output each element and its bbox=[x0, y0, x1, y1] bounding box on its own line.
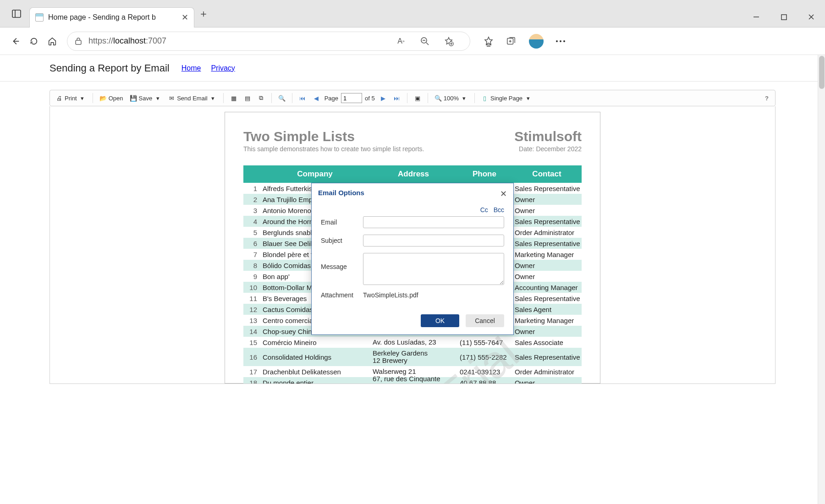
message-label: Message bbox=[321, 253, 363, 270]
parameters-button[interactable]: ▤ bbox=[242, 93, 253, 103]
nav-privacy[interactable]: Privacy bbox=[211, 64, 235, 72]
nav-home[interactable]: Home bbox=[182, 64, 201, 72]
chevron-down-icon: ▾ bbox=[461, 94, 468, 102]
svg-rect-0 bbox=[12, 10, 21, 17]
last-page-button[interactable]: ⏭ bbox=[391, 93, 402, 103]
dialog-close-button[interactable]: ✕ bbox=[500, 189, 507, 199]
first-page-button[interactable]: ⏮ bbox=[297, 93, 308, 103]
bookmark-panel-icon: ▦ bbox=[230, 94, 237, 102]
email-label: Email bbox=[321, 219, 363, 226]
favicon-icon bbox=[35, 13, 44, 22]
table-row: 16Consolidated HoldingsBerkeley Gardens1… bbox=[243, 348, 582, 366]
folder-open-icon: 📂 bbox=[99, 94, 107, 102]
zoom-out-icon[interactable] bbox=[418, 35, 431, 48]
save-button[interactable]: 💾Save▾ bbox=[128, 93, 164, 103]
prev-page-button[interactable]: ◀ bbox=[311, 93, 322, 103]
report-date: Date: December 2022 bbox=[519, 145, 582, 153]
bookmarks-button[interactable]: ▦ bbox=[228, 93, 239, 103]
svg-rect-7 bbox=[76, 40, 81, 44]
favorite-add-icon[interactable] bbox=[442, 35, 455, 48]
prev-page-icon: ◀ bbox=[313, 94, 320, 102]
chevron-down-icon: ▾ bbox=[524, 94, 532, 102]
find-button[interactable]: 🔍 bbox=[276, 93, 287, 103]
ok-button[interactable]: OK bbox=[421, 314, 459, 327]
window-close-button[interactable] bbox=[798, 7, 825, 27]
chevron-down-icon: ▾ bbox=[79, 94, 86, 102]
first-page-icon: ⏮ bbox=[299, 94, 306, 102]
url-box[interactable]: https://localhost:7007 A» bbox=[67, 32, 470, 51]
email-input[interactable] bbox=[363, 216, 504, 228]
message-input[interactable] bbox=[363, 253, 504, 285]
window-maximize-button[interactable] bbox=[770, 7, 798, 27]
open-button[interactable]: 📂Open bbox=[98, 93, 125, 103]
home-button[interactable] bbox=[43, 32, 61, 50]
col-address: Address bbox=[370, 165, 457, 183]
attachment-value: TwoSimpleLists.pdf bbox=[363, 291, 418, 299]
email-options-dialog: Email Options ✕ Cc Bcc Email Subject Mes… bbox=[311, 183, 514, 335]
viewer-toolbar: 🖨Print▾ 📂Open 💾Save▾ ✉Send Email▾ ▦ ▤ ⧉ … bbox=[50, 90, 776, 106]
chevron-down-icon: ▾ bbox=[209, 94, 217, 102]
view-mode-button[interactable]: ▯Single Page▾ bbox=[479, 93, 534, 103]
report-area: Two Simple Lists Stimulsoft This sample … bbox=[50, 106, 776, 384]
svg-line-10 bbox=[426, 43, 429, 45]
table-header: Company Address Phone Contact bbox=[243, 165, 582, 183]
magnifier-icon: 🔍 bbox=[434, 94, 442, 102]
dialog-title: Email Options bbox=[318, 189, 364, 199]
help-button[interactable]: ? bbox=[765, 95, 771, 102]
more-icon[interactable] bbox=[556, 40, 566, 43]
zoom-button[interactable]: 🔍100%▾ bbox=[433, 93, 470, 103]
page-label: Page bbox=[324, 95, 338, 102]
favorites-icon[interactable] bbox=[483, 36, 494, 47]
subject-label: Subject bbox=[321, 237, 363, 244]
back-button[interactable] bbox=[6, 32, 25, 50]
col-company: Company bbox=[260, 165, 370, 183]
print-button[interactable]: 🖨Print▾ bbox=[54, 93, 88, 103]
tab-close-icon[interactable]: ✕ bbox=[182, 12, 188, 22]
printer-icon: 🖨 bbox=[55, 94, 63, 102]
table-row: 15Comércio MineiroAv. dos Lusíadas, 23(1… bbox=[243, 337, 582, 348]
new-tab-button[interactable]: ＋ bbox=[194, 5, 213, 23]
page-total: of 5 bbox=[365, 95, 375, 102]
cancel-button[interactable]: Cancel bbox=[466, 314, 504, 327]
refresh-button[interactable] bbox=[25, 32, 43, 50]
profile-avatar[interactable] bbox=[529, 34, 544, 49]
collections-icon[interactable] bbox=[506, 36, 516, 46]
chevron-down-icon: ▾ bbox=[154, 94, 161, 102]
scrollbar-thumb[interactable] bbox=[819, 56, 825, 89]
browser-chrome: Home page - Sending a Report b ✕ ＋ bbox=[0, 0, 825, 27]
binoculars-icon: 🔍 bbox=[278, 94, 286, 102]
browser-tab[interactable]: Home page - Sending a Report b ✕ bbox=[29, 7, 194, 27]
window-minimize-button[interactable] bbox=[742, 7, 770, 27]
tab-title: Home page - Sending a Report b bbox=[48, 13, 177, 22]
report-brand: Stimulsoft bbox=[514, 129, 582, 144]
report-subtitle: This sample demonstrates how to create t… bbox=[243, 145, 424, 153]
envelope-icon: ✉ bbox=[168, 94, 175, 102]
col-phone: Phone bbox=[457, 165, 512, 183]
page-header: Sending a Report by Email Home Privacy bbox=[0, 55, 825, 82]
single-page-icon: ▯ bbox=[481, 94, 489, 102]
subject-input[interactable] bbox=[363, 235, 504, 247]
save-icon: 💾 bbox=[130, 94, 137, 102]
send-email-button[interactable]: ✉Send Email▾ bbox=[166, 93, 218, 103]
parameters-icon: ▤ bbox=[244, 94, 251, 102]
fullscreen-button[interactable]: ▣ bbox=[412, 93, 423, 103]
svg-point-21 bbox=[563, 40, 565, 42]
address-bar: https://localhost:7007 A» bbox=[0, 27, 825, 55]
resources-button[interactable]: ⧉ bbox=[256, 93, 267, 103]
tab-actions-icon[interactable] bbox=[6, 4, 27, 24]
page-input[interactable] bbox=[341, 93, 362, 103]
page-title: Sending a Report by Email bbox=[50, 62, 170, 74]
report-title: Two Simple Lists bbox=[243, 129, 355, 144]
next-page-button[interactable]: ▶ bbox=[378, 93, 389, 103]
svg-rect-3 bbox=[781, 15, 786, 20]
svg-point-19 bbox=[556, 40, 558, 42]
vertical-scrollbar[interactable] bbox=[818, 55, 825, 384]
resources-icon: ⧉ bbox=[258, 94, 265, 102]
next-page-icon: ▶ bbox=[380, 94, 387, 102]
cc-link[interactable]: Cc bbox=[480, 206, 488, 214]
table-row: 18Du monde entier67, rue des Cinquante O… bbox=[243, 377, 582, 384]
last-page-icon: ⏭ bbox=[393, 94, 401, 102]
bcc-link[interactable]: Bcc bbox=[494, 206, 504, 214]
read-aloud-icon[interactable]: A» bbox=[395, 35, 407, 48]
svg-point-20 bbox=[560, 40, 561, 42]
